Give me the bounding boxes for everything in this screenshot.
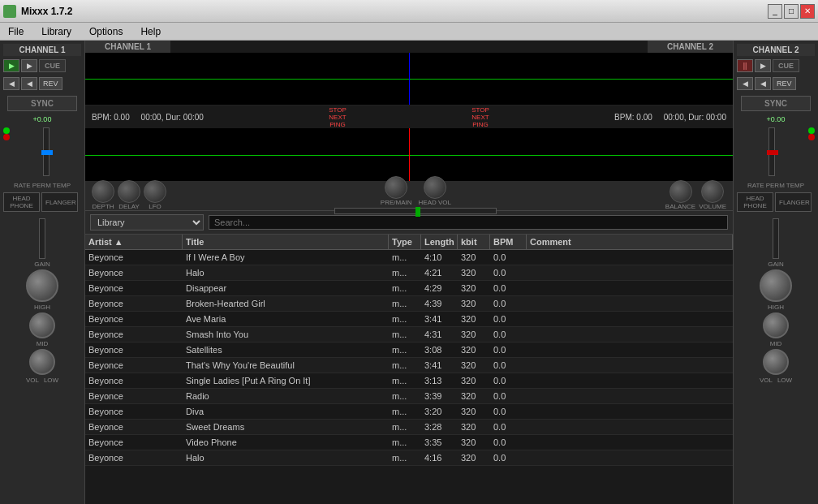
table-row[interactable]: Beyonce Diva m... 3:20 320 0.0 (85, 404, 733, 420)
ch2-rpt-labels: RATE PERM TEMP (737, 182, 815, 189)
ch2-vol-slider[interactable] (773, 218, 779, 259)
ch1-depth-knob[interactable] (92, 180, 114, 203)
maximize-button[interactable]: □ (784, 4, 799, 19)
ch2-bpm-value: 0.00 (636, 113, 652, 122)
col-comment[interactable]: Comment (527, 235, 733, 249)
track-type: m... (389, 265, 421, 280)
ch1-play-button[interactable]: ▶ (3, 59, 19, 72)
track-artist: Beyonce (85, 312, 183, 326)
table-row[interactable]: Beyonce Ave Maria m... 3:41 320 0.0 (85, 312, 733, 327)
table-row[interactable]: Beyonce Video Phone m... 3:35 320 0.0 (85, 435, 733, 450)
waveform-bottom (85, 128, 733, 181)
ch1-eq-area: GAIN HIGH MID VOL LOW (3, 218, 81, 384)
ch2-back-button[interactable]: ◀ (737, 77, 753, 90)
ch1-high-knob[interactable] (26, 269, 58, 302)
window-title: Mixxx 1.7.2 (21, 6, 72, 17)
track-length: 3:20 (421, 404, 458, 419)
ch2-pitch-slider[interactable] (768, 127, 775, 176)
ch2-fwd-button[interactable]: ▶ (755, 59, 771, 72)
ch1-headvol-knob[interactable] (424, 176, 446, 199)
channel-headers-row: CHANNEL 1 CHANNEL 2 (85, 41, 733, 53)
table-row[interactable]: Beyonce Halo m... 4:16 320 0.0 (85, 450, 733, 466)
ch2-mid-knob[interactable] (763, 312, 789, 338)
table-row[interactable]: Beyonce That's Why You're Beautiful m...… (85, 358, 733, 373)
ch1-back-button[interactable]: ◀ (3, 77, 19, 90)
col-length[interactable]: Length (421, 235, 458, 249)
search-input[interactable] (209, 215, 728, 230)
menu-library[interactable]: Library (37, 24, 76, 39)
ch1-sync-button[interactable]: SYNC (7, 96, 77, 111)
ch2-volume-knob[interactable] (701, 180, 724, 203)
library-selector[interactable]: Library (90, 214, 204, 230)
ch1-time: 00:00, Dur: 00:00 (141, 113, 204, 122)
ch2-next-label: NEXT (471, 114, 489, 121)
ch1-vol-slider[interactable] (39, 218, 45, 259)
ch1-delay-label: DELAY (118, 203, 140, 210)
track-artist: Beyonce (85, 327, 183, 342)
ch2-rev-button[interactable]: REV (773, 77, 796, 90)
ch2-volume-label: VOLUME (699, 203, 726, 210)
ch1-mid-knob[interactable] (29, 312, 55, 338)
waveform-bottom-cursor-red (409, 128, 410, 181)
crossfader-slider[interactable] (334, 208, 497, 214)
ch2-pause-button[interactable]: || (737, 59, 753, 72)
col-type[interactable]: Type (389, 235, 421, 249)
ch1-fwd-button[interactable]: ▶ (21, 59, 37, 72)
ch2-high-knob[interactable] (760, 269, 792, 302)
track-bitrate: 320 (458, 296, 490, 311)
ch1-vollowlabels: VOL LOW (26, 377, 58, 384)
ch1-pitch-slider[interactable] (43, 127, 50, 176)
ch1-flanger-button[interactable]: FLANGER (41, 192, 78, 212)
table-row[interactable]: Beyonce Single Ladies [Put A Ring On It]… (85, 373, 733, 389)
ch2-headphone-button[interactable]: HEAD PHONE (737, 192, 773, 212)
ch1-delay-knob[interactable] (118, 180, 140, 203)
menu-help[interactable]: Help (136, 24, 166, 39)
track-type: m... (389, 389, 421, 403)
ch1-lfo-knob[interactable] (144, 180, 166, 203)
col-bpm[interactable]: BPM (490, 235, 527, 249)
menu-file[interactable]: File (3, 24, 28, 39)
track-length: 4:31 (421, 327, 458, 342)
ch1-headphone-button[interactable]: HEAD PHONE (3, 192, 40, 212)
menu-options[interactable]: Options (84, 24, 127, 39)
ch1-bwd-button[interactable]: ◀ (21, 77, 37, 90)
track-artist: Beyonce (85, 296, 183, 311)
ch2-bwd-button[interactable]: ◀ (755, 77, 771, 90)
track-length: 4:29 (421, 281, 458, 295)
ch2-flanger-button[interactable]: FLANGER (775, 192, 812, 212)
title-bar: Mixxx 1.7.2 _ □ ✕ (0, 0, 818, 23)
waveform-top (85, 53, 733, 106)
track-title: Radio (183, 389, 389, 403)
col-bitrate[interactable]: kbit (458, 235, 490, 249)
ch2-balance-knob[interactable] (669, 180, 692, 203)
ch2-cue-button[interactable]: CUE (773, 59, 799, 72)
ch2-sync-button[interactable]: SYNC (741, 96, 811, 111)
ch1-premain-knob[interactable] (385, 176, 407, 199)
track-bpm: 0.0 (490, 404, 527, 419)
col-artist[interactable]: Artist ▲ (85, 235, 183, 249)
ch1-low-knob[interactable] (29, 349, 55, 375)
table-row[interactable]: Beyonce Broken-Hearted Girl m... 4:39 32… (85, 296, 733, 312)
col-title[interactable]: Title (183, 235, 389, 249)
track-type: m... (389, 404, 421, 419)
ch1-bpm-value: 0.00 (114, 113, 129, 122)
title-text: Mixxx 1.7.2 (3, 5, 72, 18)
channel-right: CHANNEL 2 || ▶ CUE ◀ ◀ REV SYNC +0.00 (733, 41, 818, 504)
table-row[interactable]: Beyonce Radio m... 3:39 320 0.0 (85, 389, 733, 404)
table-row[interactable]: Beyonce Halo m... 4:21 320 0.0 (85, 265, 733, 281)
table-row[interactable]: Beyonce Disappear m... 4:29 320 0.0 (85, 281, 733, 296)
table-row[interactable]: Beyonce Satellites m... 3:08 320 0.0 (85, 342, 733, 358)
ch2-stop-ping: STOP NEXT PING (471, 106, 489, 128)
ch1-rev-button[interactable]: REV (39, 77, 62, 90)
table-row[interactable]: Beyonce If I Were A Boy m... 4:10 320 0.… (85, 250, 733, 265)
bpm-row: BPM: 0.00 00:00, Dur: 00:00 STOP NEXT PI… (85, 106, 733, 128)
track-title: Sweet Dreams (183, 420, 389, 434)
ch1-cue-button[interactable]: CUE (39, 59, 66, 72)
table-row[interactable]: Beyonce Sweet Dreams m... 3:28 320 0.0 (85, 420, 733, 435)
track-title: Ave Maria (183, 312, 389, 326)
table-row[interactable]: Beyonce Smash Into You m... 4:31 320 0.0 (85, 327, 733, 342)
ch2-low-knob[interactable] (763, 349, 789, 375)
minimize-button[interactable]: _ (768, 4, 782, 19)
track-artist: Beyonce (85, 435, 183, 450)
close-button[interactable]: ✕ (800, 4, 815, 19)
